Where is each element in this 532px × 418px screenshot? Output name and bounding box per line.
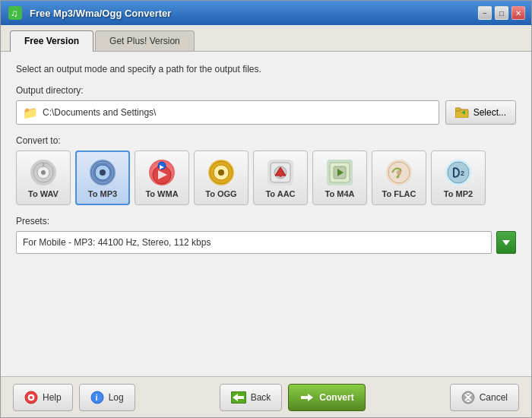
convert-button[interactable]: Convert [288, 384, 365, 411]
format-wav-button[interactable]: To WAV [16, 150, 71, 205]
aac-icon [268, 160, 293, 185]
svg-marker-40 [308, 394, 313, 401]
log-button[interactable]: i Log [79, 384, 135, 411]
mp2-icon: 2 [445, 160, 471, 185]
svg-rect-39 [238, 396, 244, 399]
back-button[interactable]: Back [220, 384, 283, 411]
format-m4a-button[interactable]: To M4A [312, 150, 367, 205]
svg-text:2: 2 [461, 169, 464, 177]
window-controls: − □ ✕ [478, 6, 525, 20]
svg-point-19 [218, 169, 224, 176]
main-window: ♫ Free Mp3/Wma/Ogg Converter − □ ✕ Free … [0, 0, 532, 418]
mp3-label: To MP3 [88, 189, 117, 198]
presets-input[interactable] [16, 231, 492, 254]
svg-text:♫: ♫ [11, 8, 18, 19]
svg-point-7 [41, 170, 46, 175]
svg-point-11 [100, 169, 106, 176]
mp2-label: To MP2 [444, 189, 473, 198]
flac-label: To FLAC [382, 189, 416, 198]
select-directory-button[interactable]: Select... [445, 100, 516, 125]
app-icon: ♫ [7, 5, 24, 21]
ogg-icon [208, 160, 234, 185]
svg-point-28 [397, 170, 401, 175]
bottom-bar: Help i Log Back Convert [1, 376, 531, 417]
convert-label: Convert [319, 392, 353, 403]
format-ogg-button[interactable]: To OGG [194, 150, 249, 205]
convert-to-label: Convert to: [16, 135, 516, 146]
select-button-label: Select... [473, 107, 506, 118]
wma-icon: ▶ [149, 160, 175, 185]
svg-text:i: i [95, 393, 97, 402]
cancel-button[interactable]: Cancel [450, 384, 519, 411]
dropdown-arrow-icon [501, 238, 511, 247]
tab-bar: Free Version Get Plus! Version [1, 25, 531, 52]
folder-icon: 📁 [23, 106, 38, 120]
convert-arrow-icon [299, 391, 315, 404]
info-icon: i [90, 391, 104, 404]
ogg-label: To OGG [205, 189, 236, 198]
svg-rect-41 [301, 396, 309, 399]
content-area: Select an output mode and specify a path… [1, 52, 531, 376]
format-aac-button[interactable]: To AAC [253, 150, 308, 205]
svg-marker-31 [502, 240, 510, 245]
minimize-button[interactable]: − [478, 6, 492, 20]
close-button[interactable]: ✕ [511, 6, 525, 20]
svg-rect-3 [455, 108, 461, 111]
aac-label: To AAC [265, 189, 295, 198]
wma-label: To WMA [145, 189, 178, 198]
window-title: Free Mp3/Wma/Ogg Converter [30, 8, 478, 19]
m4a-label: To M4A [325, 189, 355, 198]
format-wma-button[interactable]: ▶ To WMA [135, 150, 189, 205]
format-mp2-button[interactable]: 2 To MP2 [431, 150, 486, 205]
wav-icon [30, 160, 56, 185]
description-text: Select an output mode and specify a path… [16, 64, 516, 74]
format-flac-button[interactable]: To FLAC [372, 150, 426, 205]
back-arrow-icon [231, 391, 246, 404]
svg-rect-45 [467, 393, 470, 394]
wav-label: To WAV [28, 189, 59, 198]
svg-rect-46 [467, 401, 470, 402]
maximize-button[interactable]: □ [495, 6, 508, 20]
help-icon [24, 391, 38, 404]
flac-icon [386, 160, 412, 185]
help-button[interactable]: Help [13, 384, 73, 411]
output-directory-section: Output directory: 📁 C:\Documents and Set… [16, 85, 516, 125]
presets-section: Presets: [16, 216, 516, 254]
presets-row [16, 231, 516, 254]
tab-plus-version[interactable]: Get Plus! Version [95, 30, 195, 51]
svg-point-34 [30, 396, 33, 399]
format-grid: To WAV To MP3 [16, 150, 516, 205]
tab-free-version[interactable]: Free Version [10, 30, 93, 52]
convert-to-section: Convert to: To WAV [16, 135, 516, 205]
mp3-icon [90, 160, 116, 185]
directory-row: 📁 C:\Documents and Settings\ Select... [16, 100, 516, 125]
cancel-icon [461, 391, 475, 404]
directory-input[interactable]: 📁 C:\Documents and Settings\ [16, 100, 439, 125]
help-label: Help [43, 392, 62, 403]
format-mp3-button[interactable]: To MP3 [75, 150, 130, 205]
folder-select-icon [455, 107, 469, 118]
back-label: Back [251, 392, 271, 403]
directory-value: C:\Documents and Settings\ [43, 107, 156, 118]
output-directory-label: Output directory: [16, 85, 516, 96]
title-bar: ♫ Free Mp3/Wma/Ogg Converter − □ ✕ [1, 1, 531, 25]
cancel-label: Cancel [480, 392, 508, 403]
log-label: Log [109, 392, 124, 403]
svg-point-23 [279, 174, 282, 177]
presets-label: Presets: [16, 216, 516, 226]
presets-dropdown-button[interactable] [496, 231, 516, 254]
m4a-icon [327, 160, 353, 185]
